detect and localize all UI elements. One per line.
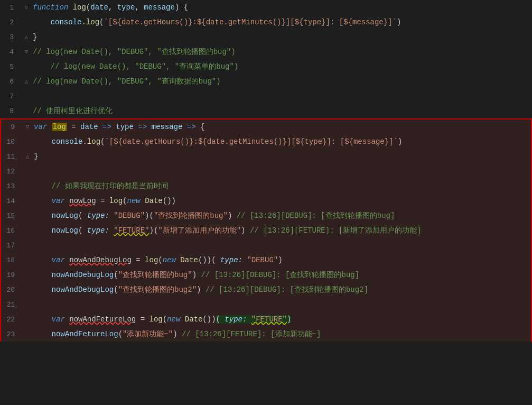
line-content-4: // log(new Date(), "DEBUG", "查找到轮播图的bug"…: [31, 44, 532, 59]
line-number-5: 5: [0, 63, 22, 71]
line-content-6: // log(new Date(), "DEBUG", "查询数据的bug"): [31, 74, 532, 89]
line-number-9: 9: [1, 123, 23, 131]
line-content-22: var nowAndFetureLog = log(new Date())( t…: [32, 312, 531, 327]
line-number-21: 21: [1, 301, 23, 309]
line-content-1: function log(date, type, message) {: [31, 0, 532, 15]
line-number-10: 10: [1, 138, 23, 146]
fold-icon-6[interactable]: △: [22, 78, 31, 85]
line-number-17: 17: [1, 242, 23, 250]
code-line-2: 2 console.log(`[${date.getHours()}:${dat…: [0, 15, 532, 30]
code-line-19: 19 nowAndDebugLog("查找到轮播图的bug") // [13:2…: [0, 268, 532, 282]
line-number-7: 7: [0, 93, 22, 100]
code-line-17: 17: [0, 238, 532, 253]
line-number-12: 12: [1, 168, 23, 176]
line-number-11: 11: [1, 153, 23, 161]
code-line-4: 4 ▽ // log(new Date(), "DEBUG", "查找到轮播图的…: [0, 44, 532, 59]
line-content-8: // 使用柯里化进行优化: [31, 104, 532, 118]
line-content-19: nowAndDebugLog("查找到轮播图的bug") // [13:26][…: [32, 268, 531, 282]
fold-icon-21: [23, 302, 32, 308]
code-line-6: 6 △ // log(new Date(), "DEBUG", "查询数据的bu…: [0, 74, 532, 89]
line-number-22: 22: [1, 316, 23, 324]
line-content-16: nowLog( type: "FETURE")("新增了添加用户的功能") //…: [32, 223, 531, 238]
fold-icon-16: [23, 228, 32, 234]
line-number-19: 19: [1, 271, 23, 279]
code-line-20: 20 nowAndDebugLog("查找到轮播图的bug2") // [13:…: [0, 282, 532, 297]
code-line-21: 21: [0, 297, 532, 312]
code-line-12: 12: [0, 164, 532, 179]
fold-icon-13: [23, 183, 32, 189]
fold-icon-14: [23, 198, 32, 204]
code-line-10: 10 console.log(`[${date.getHours()}:${da…: [0, 134, 532, 149]
line-content-23: nowAndFetureLog("添加新功能~") // [13:26][FET…: [32, 327, 531, 342]
line-content-2: console.log(`[${date.getHours()}:${date.…: [31, 15, 532, 30]
code-container: 1 ▽ function log(date, type, message) { …: [0, 0, 532, 405]
code-line-1: 1 ▽ function log(date, type, message) {: [0, 0, 532, 15]
fold-icon-22: [23, 317, 32, 323]
code-line-23: 23 nowAndFetureLog("添加新功能~") // [13:26][…: [0, 327, 532, 342]
code-line-11: 11 △ }: [0, 149, 532, 164]
code-line-3: 3 △ }: [0, 30, 532, 44]
line-number-18: 18: [1, 256, 23, 264]
line-number-16: 16: [1, 227, 23, 235]
code-line-16: 16 nowLog( type: "FETURE")("新增了添加用户的功能")…: [0, 223, 532, 238]
line-number-4: 4: [0, 48, 22, 56]
fold-icon-12: [23, 169, 32, 174]
line-number-3: 3: [0, 33, 22, 41]
line-number-23: 23: [1, 330, 23, 338]
line-number-6: 6: [0, 78, 22, 86]
line-content-10: console.log(`[${date.getHours()}:${date.…: [32, 134, 531, 149]
code-line-13: 13 // 如果我现在打印的都是当前时间: [0, 179, 532, 194]
line-number-2: 2: [0, 19, 22, 26]
code-line-5: 5 // log(new Date(), "DEBUG", "查询菜单的bug"…: [0, 59, 532, 74]
code-line-9: 9 ▽ var log = date => type => message =>…: [0, 118, 532, 134]
fold-icon-17: [23, 243, 32, 248]
line-number-15: 15: [1, 212, 23, 220]
fold-icon-10: [23, 139, 32, 145]
line-content-9: var log = date => type => message => {: [32, 119, 531, 134]
line-number-13: 13: [1, 182, 23, 190]
line-number-8: 8: [0, 107, 22, 115]
fold-icon-5: [22, 64, 31, 70]
code-line-7: 7: [0, 89, 532, 104]
fold-icon-18: [23, 257, 32, 263]
fold-icon-20: [23, 287, 32, 293]
code-line-8: 8 // 使用柯里化进行优化: [0, 104, 532, 118]
fold-icon-23: [23, 332, 32, 337]
line-content-11: }: [32, 149, 531, 164]
fold-icon-4[interactable]: ▽: [22, 49, 31, 55]
line-content-20: nowAndDebugLog("查找到轮播图的bug2") // [13:26]…: [32, 282, 531, 297]
code-line-15: 15 nowLog( type: "DEBUG")("查找到轮播图的bug") …: [0, 208, 532, 223]
code-line-14: 14 var nowLog = log(new Date()): [0, 194, 532, 208]
line-content-18: var nowAndDebugLog = log(new Date())( ty…: [32, 253, 531, 268]
fold-icon-1[interactable]: ▽: [22, 4, 31, 11]
fold-icon-11[interactable]: △: [23, 153, 32, 160]
line-content-15: nowLog( type: "DEBUG")("查找到轮播图的bug") // …: [32, 208, 531, 223]
line-number-1: 1: [0, 4, 22, 12]
line-content-5: // log(new Date(), "DEBUG", "查询菜单的bug"): [31, 59, 532, 74]
fold-icon-9[interactable]: ▽: [23, 124, 32, 130]
line-content-14: var nowLog = log(new Date()): [32, 194, 531, 208]
fold-icon-2: [22, 20, 31, 25]
fold-icon-19: [23, 272, 32, 278]
line-content-13: // 如果我现在打印的都是当前时间: [32, 179, 531, 194]
fold-icon-15: [23, 213, 32, 219]
line-content-3: }: [31, 30, 532, 44]
code-line-22: 22 var nowAndFetureLog = log(new Date())…: [0, 312, 532, 327]
line-number-14: 14: [1, 197, 23, 205]
fold-icon-7: [22, 94, 31, 99]
fold-icon-8: [22, 108, 31, 114]
fold-icon-3[interactable]: △: [22, 34, 31, 40]
line-number-20: 20: [1, 286, 23, 294]
code-editor: 1 ▽ function log(date, type, message) { …: [0, 0, 532, 405]
code-line-18: 18 var nowAndDebugLog = log(new Date())(…: [0, 253, 532, 268]
